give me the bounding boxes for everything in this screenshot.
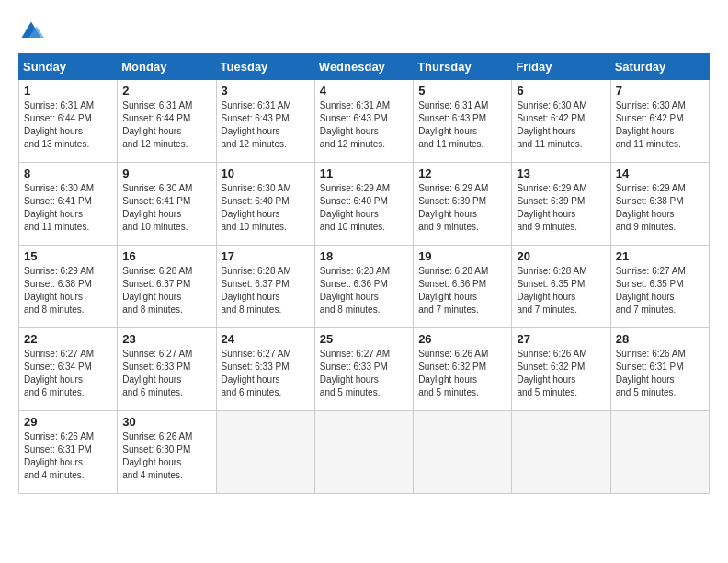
day-info: Sunrise: 6:26 AMSunset: 6:31 PMDaylight … [616, 349, 686, 397]
day-number: 28 [616, 332, 704, 346]
empty-cell [314, 411, 413, 494]
day-number: 16 [122, 249, 210, 263]
day-info: Sunrise: 6:28 AMSunset: 6:37 PMDaylight … [122, 266, 192, 315]
day-number: 8 [24, 167, 112, 180]
day-info: Sunrise: 6:31 AMSunset: 6:44 PMDaylight … [122, 100, 192, 149]
day-cell-6: 6 Sunrise: 6:30 AMSunset: 6:42 PMDayligh… [512, 80, 610, 163]
empty-cell [414, 411, 512, 494]
day-info: Sunrise: 6:27 AMSunset: 6:34 PMDaylight … [24, 349, 94, 397]
day-cell-3: 3 Sunrise: 6:31 AMSunset: 6:43 PMDayligh… [216, 80, 314, 163]
col-header-tuesday: Tuesday [216, 54, 314, 80]
day-cell-9: 9 Sunrise: 6:30 AMSunset: 6:41 PMDayligh… [118, 163, 216, 246]
logo [18, 18, 48, 44]
day-cell-15: 15 Sunrise: 6:29 AMSunset: 6:38 PMDaylig… [19, 246, 118, 328]
day-number: 24 [222, 332, 310, 346]
day-info: Sunrise: 6:29 AMSunset: 6:38 PMDaylight … [24, 266, 94, 315]
day-cell-4: 4 Sunrise: 6:31 AMSunset: 6:43 PMDayligh… [314, 80, 413, 163]
col-header-monday: Monday [118, 54, 216, 80]
day-info: Sunrise: 6:31 AMSunset: 6:43 PMDaylight … [222, 100, 291, 149]
empty-cell [610, 411, 709, 494]
day-info: Sunrise: 6:27 AMSunset: 6:33 PMDaylight … [320, 349, 390, 397]
day-cell-21: 21 Sunrise: 6:27 AMSunset: 6:35 PMDaylig… [610, 246, 709, 328]
day-info: Sunrise: 6:31 AMSunset: 6:43 PMDaylight … [418, 100, 488, 149]
day-info: Sunrise: 6:29 AMSunset: 6:40 PMDaylight … [320, 183, 390, 232]
day-info: Sunrise: 6:31 AMSunset: 6:43 PMDaylight … [320, 100, 390, 149]
day-info: Sunrise: 6:26 AMSunset: 6:31 PMDaylight … [24, 431, 94, 480]
day-number: 25 [320, 332, 408, 346]
day-cell-18: 18 Sunrise: 6:28 AMSunset: 6:36 PMDaylig… [314, 246, 413, 328]
day-cell-10: 10 Sunrise: 6:30 AMSunset: 6:40 PMDaylig… [216, 163, 314, 246]
day-number: 26 [418, 332, 506, 346]
logo-icon [18, 18, 44, 44]
day-info: Sunrise: 6:31 AMSunset: 6:44 PMDaylight … [24, 100, 94, 149]
day-cell-30: 30 Sunrise: 6:26 AMSunset: 6:30 PMDaylig… [118, 411, 216, 494]
day-number: 3 [222, 84, 310, 98]
calendar-table: SundayMondayTuesdayWednesdayThursdayFrid… [18, 53, 710, 494]
day-info: Sunrise: 6:29 AMSunset: 6:39 PMDaylight … [517, 183, 586, 232]
day-number: 20 [517, 249, 605, 263]
day-cell-11: 11 Sunrise: 6:29 AMSunset: 6:40 PMDaylig… [314, 163, 413, 246]
day-number: 6 [517, 84, 605, 98]
day-cell-25: 25 Sunrise: 6:27 AMSunset: 6:33 PMDaylig… [314, 328, 413, 411]
day-number: 22 [24, 332, 112, 346]
col-header-thursday: Thursday [414, 54, 512, 80]
day-info: Sunrise: 6:30 AMSunset: 6:40 PMDaylight … [222, 183, 291, 232]
calendar-body: 1 Sunrise: 6:31 AMSunset: 6:44 PMDayligh… [19, 80, 710, 494]
day-number: 10 [222, 167, 310, 180]
day-info: Sunrise: 6:28 AMSunset: 6:36 PMDaylight … [418, 266, 488, 315]
day-cell-23: 23 Sunrise: 6:27 AMSunset: 6:33 PMDaylig… [118, 328, 216, 411]
day-number: 17 [222, 249, 310, 263]
day-info: Sunrise: 6:26 AMSunset: 6:30 PMDaylight … [122, 431, 192, 480]
day-number: 21 [616, 249, 704, 263]
day-number: 13 [517, 167, 605, 180]
col-header-saturday: Saturday [610, 54, 709, 80]
day-number: 19 [418, 249, 506, 263]
day-number: 1 [24, 84, 112, 98]
day-info: Sunrise: 6:30 AMSunset: 6:42 PMDaylight … [517, 100, 586, 149]
day-info: Sunrise: 6:27 AMSunset: 6:33 PMDaylight … [222, 349, 291, 397]
page-header [18, 18, 710, 44]
day-number: 2 [122, 84, 210, 98]
day-cell-24: 24 Sunrise: 6:27 AMSunset: 6:33 PMDaylig… [216, 328, 314, 411]
day-info: Sunrise: 6:29 AMSunset: 6:38 PMDaylight … [616, 183, 686, 232]
empty-cell [216, 411, 314, 494]
day-info: Sunrise: 6:28 AMSunset: 6:35 PMDaylight … [517, 266, 586, 315]
empty-cell [512, 411, 610, 494]
day-number: 23 [122, 332, 210, 346]
day-number: 15 [24, 249, 112, 263]
day-cell-13: 13 Sunrise: 6:29 AMSunset: 6:39 PMDaylig… [512, 163, 610, 246]
day-number: 27 [517, 332, 605, 346]
day-number: 18 [320, 249, 408, 263]
day-number: 7 [616, 84, 704, 98]
day-number: 29 [24, 415, 112, 429]
day-cell-29: 29 Sunrise: 6:26 AMSunset: 6:31 PMDaylig… [19, 411, 118, 494]
day-cell-1: 1 Sunrise: 6:31 AMSunset: 6:44 PMDayligh… [19, 80, 118, 163]
col-header-wednesday: Wednesday [314, 54, 413, 80]
day-info: Sunrise: 6:28 AMSunset: 6:36 PMDaylight … [320, 266, 390, 315]
day-info: Sunrise: 6:30 AMSunset: 6:41 PMDaylight … [122, 183, 192, 232]
day-info: Sunrise: 6:29 AMSunset: 6:39 PMDaylight … [418, 183, 488, 232]
day-number: 14 [616, 167, 704, 180]
day-info: Sunrise: 6:26 AMSunset: 6:32 PMDaylight … [418, 349, 488, 397]
day-number: 9 [122, 167, 210, 180]
day-cell-2: 2 Sunrise: 6:31 AMSunset: 6:44 PMDayligh… [118, 80, 216, 163]
day-info: Sunrise: 6:27 AMSunset: 6:35 PMDaylight … [616, 266, 686, 315]
day-info: Sunrise: 6:27 AMSunset: 6:33 PMDaylight … [122, 349, 192, 397]
day-cell-16: 16 Sunrise: 6:28 AMSunset: 6:37 PMDaylig… [118, 246, 216, 328]
day-info: Sunrise: 6:26 AMSunset: 6:32 PMDaylight … [517, 349, 586, 397]
col-header-sunday: Sunday [19, 54, 118, 80]
day-cell-5: 5 Sunrise: 6:31 AMSunset: 6:43 PMDayligh… [414, 80, 512, 163]
day-cell-22: 22 Sunrise: 6:27 AMSunset: 6:34 PMDaylig… [19, 328, 118, 411]
day-number: 12 [418, 167, 506, 180]
day-info: Sunrise: 6:30 AMSunset: 6:42 PMDaylight … [616, 100, 686, 149]
day-cell-7: 7 Sunrise: 6:30 AMSunset: 6:42 PMDayligh… [610, 80, 709, 163]
day-cell-17: 17 Sunrise: 6:28 AMSunset: 6:37 PMDaylig… [216, 246, 314, 328]
day-info: Sunrise: 6:30 AMSunset: 6:41 PMDaylight … [24, 183, 94, 232]
day-cell-8: 8 Sunrise: 6:30 AMSunset: 6:41 PMDayligh… [19, 163, 118, 246]
day-number: 30 [122, 415, 210, 429]
col-header-friday: Friday [512, 54, 610, 80]
day-cell-19: 19 Sunrise: 6:28 AMSunset: 6:36 PMDaylig… [414, 246, 512, 328]
day-number: 5 [418, 84, 506, 98]
day-number: 4 [320, 84, 408, 98]
day-cell-20: 20 Sunrise: 6:28 AMSunset: 6:35 PMDaylig… [512, 246, 610, 328]
